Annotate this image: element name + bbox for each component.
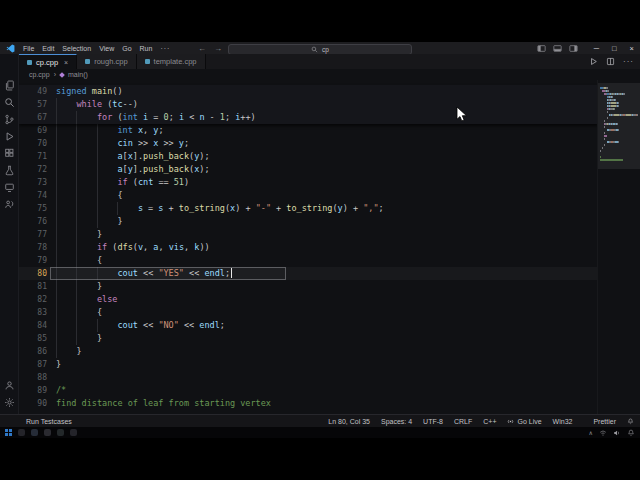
code-line-78[interactable]: 78if (dfs(v, a, vis, k)): [19, 241, 640, 254]
status-ln-80-col-35[interactable]: Ln 80, Col 35: [328, 418, 370, 425]
line-number[interactable]: 71: [19, 150, 56, 163]
line-number[interactable]: 73: [19, 176, 56, 189]
source-control-icon[interactable]: [4, 114, 15, 125]
line-number[interactable]: 84: [19, 319, 56, 332]
code-line-83[interactable]: 83{: [19, 306, 640, 319]
line-number[interactable]: 85: [19, 332, 56, 345]
taskbar-app-icon[interactable]: [57, 429, 64, 436]
taskbar-app-icon[interactable]: [70, 429, 77, 436]
line-number[interactable]: 49: [19, 85, 56, 98]
minimap[interactable]: [597, 80, 640, 414]
code-line-87[interactable]: 87}: [19, 358, 640, 371]
line-number[interactable]: 90: [19, 397, 56, 410]
code-line-86[interactable]: 86}: [19, 345, 640, 358]
status-notification-bell-icon[interactable]: [627, 418, 634, 425]
line-number[interactable]: 69: [19, 124, 56, 137]
line-number[interactable]: 87: [19, 358, 56, 371]
status-prettier[interactable]: Prettier: [583, 418, 616, 425]
menu-go[interactable]: Go: [122, 45, 131, 52]
code-line-69[interactable]: 69int x, y;: [19, 124, 640, 137]
line-number[interactable]: 76: [19, 215, 56, 228]
code-line-81[interactable]: 81}: [19, 280, 640, 293]
status-run-testcases[interactable]: Run Testcases: [26, 418, 72, 425]
extensions-icon[interactable]: [4, 148, 15, 159]
menu-file[interactable]: File: [23, 45, 34, 52]
code-line-85[interactable]: 85}: [19, 332, 640, 345]
code-line-75[interactable]: 75s = s + to_string(x) + "-" + to_string…: [19, 202, 640, 215]
taskbar-app-icon[interactable]: [31, 429, 38, 436]
line-number[interactable]: 88: [19, 371, 56, 384]
menu-run[interactable]: Run: [140, 45, 153, 52]
split-editor-icon[interactable]: [606, 57, 615, 66]
maximize-icon[interactable]: □: [612, 44, 617, 53]
settings-gear-icon[interactable]: [4, 397, 15, 408]
taskbar-app-icon[interactable]: [44, 429, 51, 436]
status-win32[interactable]: Win32: [553, 418, 573, 425]
code-line-71[interactable]: 71a[x].push_back(y);: [19, 150, 640, 163]
remote-icon[interactable]: [4, 182, 15, 193]
forward-arrow-icon[interactable]: →: [214, 44, 222, 53]
line-number[interactable]: 79: [19, 254, 56, 267]
line-number[interactable]: 77: [19, 228, 56, 241]
code-line-70[interactable]: 70cin >> x >> y;: [19, 137, 640, 150]
windows-start-icon[interactable]: [5, 429, 12, 436]
toggle-panel-icon[interactable]: [553, 44, 562, 53]
command-center[interactable]: cp: [228, 44, 412, 55]
search-icon[interactable]: [4, 97, 15, 108]
line-number[interactable]: 57: [19, 98, 56, 111]
status-utf-8[interactable]: UTF-8: [423, 418, 443, 425]
tab-cp.cpp[interactable]: cp.cpp×: [19, 54, 77, 69]
line-number[interactable]: 86: [19, 345, 56, 358]
tab-template.cpp[interactable]: template.cpp: [137, 54, 206, 69]
tab-rough.cpp[interactable]: rough.cpp: [77, 54, 136, 69]
menu-view[interactable]: View: [99, 45, 114, 52]
breadcrumb-symbol[interactable]: main(): [68, 71, 88, 78]
line-number[interactable]: 70: [19, 137, 56, 150]
menu-overflow[interactable]: ···: [160, 45, 170, 52]
close-icon[interactable]: ×: [630, 44, 634, 53]
code-line-80[interactable]: 80cout << "YES" << endl;: [19, 267, 640, 280]
code-line-84[interactable]: 84cout << "NO" << endl;: [19, 319, 640, 332]
code-line-67[interactable]: 67for (int i = 0; i < n - 1; i++): [19, 111, 598, 124]
notification-bell-icon[interactable]: [627, 429, 635, 437]
code-line-89[interactable]: 89/*: [19, 384, 640, 397]
breadcrumb-file[interactable]: cp.cpp: [29, 71, 50, 78]
line-number[interactable]: 83: [19, 306, 56, 319]
explorer-icon[interactable]: [4, 80, 15, 91]
code-line-90[interactable]: 90find distance of leaf from starting ve…: [19, 397, 640, 410]
code-line-74[interactable]: 74{: [19, 189, 640, 202]
run-debug-icon[interactable]: [4, 131, 15, 142]
testing-icon[interactable]: [4, 165, 15, 176]
tray-chevron-icon[interactable]: ∧: [589, 430, 593, 436]
taskbar-app-icon[interactable]: [18, 429, 25, 436]
code-line-73[interactable]: 73if (cnt == 51): [19, 176, 640, 189]
code-line-88[interactable]: 88: [19, 371, 640, 384]
toggle-secondary-sidebar-icon[interactable]: [569, 44, 578, 53]
run-file-icon[interactable]: [589, 57, 598, 66]
line-number[interactable]: 75: [19, 202, 56, 215]
code-line-79[interactable]: 79{: [19, 254, 640, 267]
more-actions-icon[interactable]: ···: [623, 57, 634, 66]
menu-edit[interactable]: Edit: [42, 45, 54, 52]
line-number[interactable]: 78: [19, 241, 56, 254]
code-line-57[interactable]: 57while (tc--): [19, 98, 598, 111]
code-line-77[interactable]: 77}: [19, 228, 640, 241]
code-line-76[interactable]: 76}: [19, 215, 640, 228]
account-icon[interactable]: [4, 380, 15, 391]
menu-selection[interactable]: Selection: [62, 45, 91, 52]
close-tab-icon[interactable]: ×: [64, 59, 68, 66]
liveshare-icon[interactable]: [4, 199, 15, 210]
line-number[interactable]: 82: [19, 293, 56, 306]
back-arrow-icon[interactable]: ←: [198, 44, 206, 53]
line-number[interactable]: 74: [19, 189, 56, 202]
tray-network-icon[interactable]: [599, 429, 607, 437]
code-line-49[interactable]: 49signed main(): [19, 85, 598, 98]
status-go-live[interactable]: Go Live: [507, 418, 541, 425]
code-editor[interactable]: 49signed main()57while (tc--)67for (int …: [19, 80, 640, 414]
line-number[interactable]: 81: [19, 280, 56, 293]
line-number[interactable]: 67: [19, 111, 56, 124]
status-crlf[interactable]: CRLF: [454, 418, 472, 425]
code-line-82[interactable]: 82else: [19, 293, 640, 306]
tray-volume-icon[interactable]: [613, 429, 621, 437]
line-number[interactable]: 89: [19, 384, 56, 397]
